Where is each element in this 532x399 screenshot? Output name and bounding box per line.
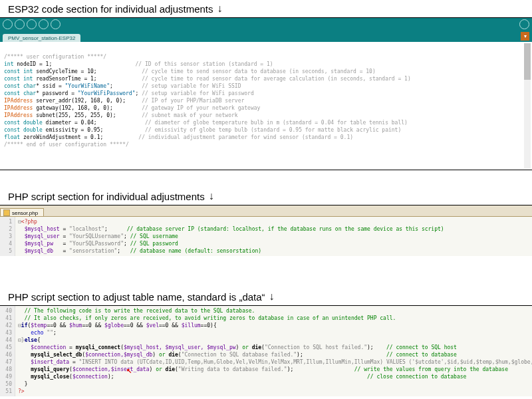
cmt: // ID of this sensor station (standard =… — [135, 61, 273, 67]
cmt: // database server IP (standard: localho… — [127, 226, 444, 232]
ide-section: PMV_sensor_station-ESP32 /***** user con… — [0, 18, 532, 170]
ide-code[interactable]: /***** user configuration *****/ int nod… — [0, 42, 532, 170]
brace: } — [25, 381, 28, 387]
php-tab-label: sensor.php — [12, 210, 38, 216]
str: "INSERT INTO data (UTCdate,ID,UID,Temp,H… — [79, 359, 532, 365]
op: = — [69, 359, 78, 365]
p: ) — [149, 366, 156, 372]
php-code-2[interactable]: 40 41 42 43 44 45 46 47 48 49 50 51 // T… — [0, 306, 532, 396]
open-icon[interactable] — [39, 19, 49, 29]
b: { — [37, 337, 41, 343]
var: $mysql_user — [25, 233, 60, 239]
php-body: // The following code is to write the re… — [15, 306, 532, 396]
cmt: // cycle time to read sensor data for av… — [142, 76, 411, 82]
php-code-1[interactable]: 1 2 3 4 5 ⊟<?php $mysql_host = "localhos… — [0, 217, 532, 256]
code: emissivity = 0.95; — [43, 127, 104, 133]
fn: mysqli_connect — [76, 344, 120, 350]
kw: const int — [4, 68, 33, 74]
v: $globe — [104, 323, 124, 329]
cmt: // gateway IP of your network gateway — [142, 105, 260, 111]
op: = — [60, 233, 69, 239]
fold-icon[interactable]: ⊟} — [18, 337, 25, 343]
args: $connection,$mysql_db — [85, 352, 152, 358]
str: "localhost" — [69, 226, 104, 232]
p: ) — [236, 344, 243, 350]
code-comment: /***** end of user configuration *****/ — [4, 142, 129, 148]
php-tab[interactable]: sensor.php — [0, 208, 44, 216]
ide-tab[interactable]: PMV_sensor_station-ESP32 — [3, 34, 80, 42]
cmt: // subnet mask of your network — [142, 112, 238, 118]
sp — [18, 359, 31, 365]
str: "Writing data to database failed." — [178, 366, 287, 372]
cmt: // SQL username — [130, 233, 178, 239]
cmt: // It also checks, if only zeros are rec… — [25, 315, 396, 321]
upload-icon[interactable] — [15, 19, 25, 29]
arrow-down-icon: ↓ — [217, 3, 223, 15]
v: $connection — [31, 344, 66, 350]
tab-menu-icon[interactable] — [521, 32, 529, 41]
cmt: // emissivity of globe temp bulb (standa… — [145, 127, 401, 133]
php-body: ⊟<?php $mysql_host = "localhost"; // dat… — [15, 217, 532, 256]
kw: int — [4, 61, 13, 67]
fn: mysqli_select_db — [31, 352, 82, 358]
sp — [18, 366, 31, 372]
save-icon[interactable] — [51, 19, 61, 29]
new-icon[interactable] — [27, 19, 37, 29]
cmt: // close connection to database — [367, 374, 466, 380]
code: gateway(192, 168, 0, 0); — [33, 105, 112, 111]
kw: const double — [4, 120, 43, 126]
t: ; — [117, 248, 120, 254]
args: $mysql_host, $mysql_user, $mysql_pw — [124, 344, 236, 350]
code: ; — [110, 83, 113, 89]
fn: die — [162, 366, 175, 372]
cmt: // setup variable for WiFi SSID — [142, 83, 241, 89]
args: $connection — [72, 374, 108, 380]
code: zeroWindAdjustment = 0.1; — [20, 134, 103, 140]
code: server_addr(192, 168, 0, 0); — [33, 98, 126, 104]
kw: IPAddress — [4, 112, 33, 118]
fn: mysqli_close — [31, 374, 69, 380]
str: "sensorstation" — [69, 248, 117, 254]
p: ); — [108, 374, 114, 380]
cmt: // diameter of globe temperature bulb in… — [145, 120, 408, 126]
kw: echo — [31, 330, 43, 336]
serial-monitor-icon[interactable] — [519, 19, 529, 29]
fn: mysqli_query — [31, 366, 69, 372]
str: "YourWiFiName" — [65, 83, 110, 89]
kw: const double — [4, 127, 43, 133]
op: ==0 && — [82, 323, 104, 329]
cmt: // setup variable for WiFi password — [142, 90, 254, 96]
str: "YourWiFiPassword" — [78, 90, 136, 96]
fn: die — [249, 344, 261, 350]
kw: or — [156, 366, 162, 372]
p: ); — [287, 366, 294, 372]
op: ==0 && — [47, 323, 69, 329]
t: ; — [124, 233, 127, 239]
cmt: // individual adjustment parameter for w… — [138, 134, 353, 140]
section1-title: ESP32 code section for individual adjust… — [0, 0, 532, 18]
cmt: // database name (default: sensorstation… — [130, 248, 261, 254]
op: = — [53, 248, 69, 254]
op: = — [66, 344, 75, 350]
arrow-down-icon: ↓ — [269, 291, 275, 303]
cmt: // write the values from query into the … — [354, 366, 508, 372]
scroll-thumb[interactable] — [524, 43, 531, 80]
kw: float — [4, 134, 20, 140]
ide-toolbar — [0, 18, 532, 30]
section1-title-text: ESP32 code section for individual adjust… — [8, 3, 213, 15]
cmt: // SQL password — [130, 241, 178, 247]
verify-icon[interactable] — [3, 19, 13, 29]
var: $mysql_host — [25, 226, 60, 232]
cmt: // connect to database — [386, 352, 457, 358]
code: sendCycleTime = 10; — [33, 68, 96, 74]
gutter: 1 2 3 4 5 — [0, 217, 15, 256]
t: ; — [53, 330, 57, 336]
ide-tabbar: PMV_sensor_station-ESP32 — [0, 30, 532, 42]
str: "Connection to SQL host failed." — [265, 344, 367, 350]
str: "Connection to SQL database failed." — [182, 352, 297, 358]
scrollbar[interactable] — [524, 43, 531, 168]
kw: IPAddress — [4, 98, 33, 104]
file-icon — [3, 209, 10, 216]
sp — [18, 352, 31, 358]
kw: IPAddress — [4, 105, 33, 111]
